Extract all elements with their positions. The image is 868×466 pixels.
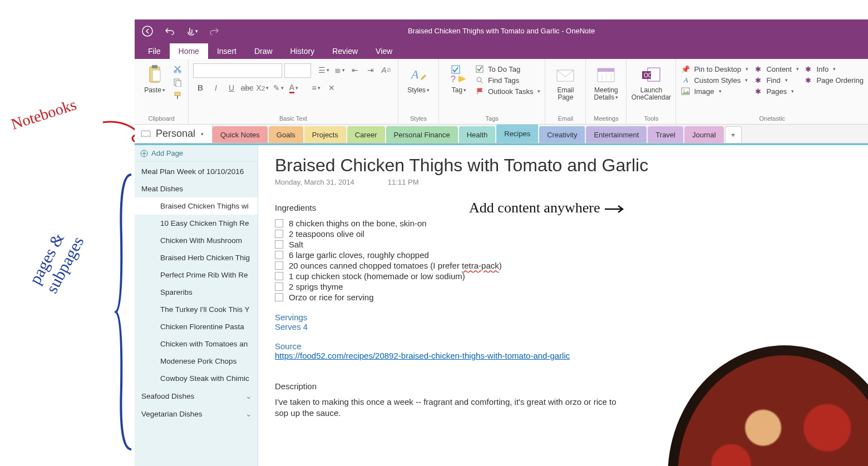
ingredient-item[interactable]: 8 chicken thighs on the bone, skin-on (275, 218, 851, 229)
page-item[interactable]: Chicken With Mushroom (135, 232, 258, 249)
styles-button[interactable]: A Styles▾ (403, 61, 434, 111)
back-icon[interactable] (141, 25, 154, 37)
page-item[interactable]: Meal Plan Week of 10/10/2016 (135, 163, 258, 180)
ingredient-item[interactable]: 2 sprigs thyme (275, 281, 851, 292)
page-item[interactable]: Chicken with Tomatoes an (135, 335, 258, 353)
page-item[interactable]: Braised Herb Chicken Thig (135, 249, 258, 266)
touch-mode-icon[interactable]: ▾ (186, 25, 198, 37)
page-item[interactable]: 10 Easy Chicken Thigh Re (135, 215, 258, 232)
servings-heading: Servings (275, 313, 851, 322)
ingredient-item[interactable]: 1 cup chicken stock (homemade or low sod… (275, 271, 851, 281)
delete-icon[interactable]: ✕ (324, 81, 339, 95)
styles-mini-icon: A (680, 76, 691, 85)
copy-icon[interactable] (171, 77, 184, 88)
section-tab-recipes[interactable]: Recipes (496, 125, 538, 143)
indent-icon[interactable]: ⇥ (363, 63, 378, 77)
section-tab-projects[interactable]: Projects (304, 126, 346, 143)
outlook-tasks-button[interactable]: Outlook Tasks▾ (475, 87, 540, 96)
bold-button[interactable]: B (193, 81, 208, 95)
ingredient-item[interactable]: 2 teaspoons olive oil (275, 229, 851, 239)
section-tab-creativity[interactable]: Creativity (539, 126, 585, 143)
tab-draw[interactable]: Draw (245, 43, 282, 59)
find-tags-button[interactable]: Find Tags (475, 76, 540, 85)
page-item[interactable]: Cowboy Steak with Chimic (135, 370, 258, 387)
page-item[interactable]: Chicken Florentine Pasta (135, 318, 258, 335)
section-tab-quick-notes[interactable]: Quick Notes (213, 126, 268, 143)
paste-button[interactable]: Paste▾ (139, 61, 170, 111)
page-item[interactable]: Seafood Dishes⌄ (135, 387, 258, 405)
tab-file[interactable]: File (139, 43, 170, 59)
todo-checkbox[interactable] (275, 240, 283, 249)
page-item[interactable]: Meat Dishes (135, 180, 258, 197)
page-ordering-button[interactable]: ✱Page Ordering (803, 76, 864, 85)
undo-icon[interactable] (164, 25, 176, 37)
todo-tag-button[interactable]: To Do Tag (475, 65, 540, 73)
tab-view[interactable]: View (367, 43, 401, 59)
tab-home[interactable]: Home (170, 43, 208, 59)
bullets-icon[interactable]: ☰▾ (317, 63, 331, 77)
numbering-icon[interactable]: ≣▾ (332, 63, 347, 77)
italic-button[interactable]: I (209, 81, 223, 95)
ingredient-item[interactable]: Orzo or rice for serving (275, 292, 851, 303)
tab-history[interactable]: History (282, 43, 324, 59)
todo-checkbox[interactable] (275, 251, 283, 259)
section-tab-personal-finance[interactable]: Personal Finance (386, 126, 458, 143)
outdent-icon[interactable]: ⇤ (348, 63, 362, 77)
meeting-details-button[interactable]: Meeting Details▾ (590, 61, 622, 111)
page-item[interactable]: Braised Chicken Thighs wi (135, 197, 258, 215)
font-color-button[interactable]: A▾ (287, 81, 301, 95)
page-item[interactable]: Perfect Prime Rib With Re (135, 266, 258, 284)
page-item[interactable]: Modenese Pork Chops (135, 353, 258, 370)
redo-icon[interactable] (208, 25, 220, 37)
page-title[interactable]: Braised Chicken Thighs with Tomato and G… (275, 155, 851, 176)
section-tab-career[interactable]: Career (347, 126, 385, 143)
strike-button[interactable]: abc (240, 81, 254, 95)
ingredient-item[interactable]: Salt (275, 239, 851, 250)
add-section-button[interactable]: + (725, 126, 742, 143)
align-button[interactable]: ≡▾ (309, 81, 323, 95)
font-name-selector[interactable] (193, 63, 282, 78)
todo-checkbox[interactable] (275, 293, 283, 301)
page-item[interactable]: The Turkey I'll Cook This Y (135, 301, 258, 318)
highlight-button[interactable]: ✎▾ (271, 81, 285, 95)
custom-styles-button[interactable]: ACustom Styles▾ (680, 76, 753, 85)
tag-button[interactable]: ? Tag▾ (443, 61, 475, 111)
todo-checkbox[interactable] (275, 219, 283, 227)
description-text: I've taken to making this once a week --… (275, 396, 620, 419)
image-macro-button[interactable]: Image▾ (680, 87, 753, 96)
info-macro-button[interactable]: ✱Info▾ (803, 65, 864, 73)
cut-icon[interactable] (171, 63, 184, 75)
page-list[interactable]: Meal Plan Week of 10/10/2016Meat DishesB… (135, 162, 258, 466)
section-tab-travel[interactable]: Travel (648, 126, 683, 143)
tab-insert[interactable]: Insert (208, 43, 245, 59)
email-page-button[interactable]: Email Page (550, 61, 581, 111)
font-size-selector[interactable] (284, 63, 311, 78)
page-item[interactable]: Vegetarian Dishes⌄ (135, 405, 258, 423)
subscript-button[interactable]: X2▾ (255, 81, 270, 95)
todo-checkbox[interactable] (275, 282, 283, 291)
underline-button[interactable]: U (224, 81, 239, 95)
tab-review[interactable]: Review (323, 43, 367, 59)
todo-checkbox[interactable] (275, 261, 283, 270)
pages-macro-button[interactable]: ✱Pages▾ (753, 87, 803, 96)
page-item[interactable]: Spareribs (135, 284, 258, 301)
add-page-button[interactable]: Add Page (135, 145, 258, 162)
section-tab-health[interactable]: Health (459, 126, 496, 143)
format-painter-icon[interactable] (171, 90, 184, 101)
source-link[interactable]: https://food52.com/recipes/20892-braised… (275, 351, 570, 360)
launch-onecalendar-button[interactable]: OC Launch OneCalendar (631, 61, 671, 111)
ingredients-list[interactable]: 8 chicken thighs on the bone, skin-on2 t… (275, 218, 851, 303)
content-macro-button[interactable]: ✱Content▾ (753, 65, 803, 73)
ingredient-item[interactable]: 20 ounces canned chopped tomatoes (I pre… (275, 260, 851, 271)
find-macro-button[interactable]: ✱Find▾ (753, 76, 803, 85)
page-content[interactable]: Braised Chicken Thighs with Tomato and G… (258, 145, 868, 466)
notebook-selector[interactable]: Personal ▾ (135, 125, 213, 143)
section-tab-entertainment[interactable]: Entertainment (586, 126, 647, 143)
pin-to-desktop-button[interactable]: 📌Pin to Desktop▾ (680, 65, 753, 73)
section-tab-goals[interactable]: Goals (269, 126, 303, 143)
clear-format-icon[interactable]: A∅ (379, 63, 393, 77)
ingredient-item[interactable]: 6 large garlic cloves, roughly chopped (275, 250, 851, 260)
section-tab-journal[interactable]: Journal (684, 126, 724, 143)
todo-checkbox[interactable] (275, 230, 283, 238)
todo-checkbox[interactable] (275, 272, 283, 280)
